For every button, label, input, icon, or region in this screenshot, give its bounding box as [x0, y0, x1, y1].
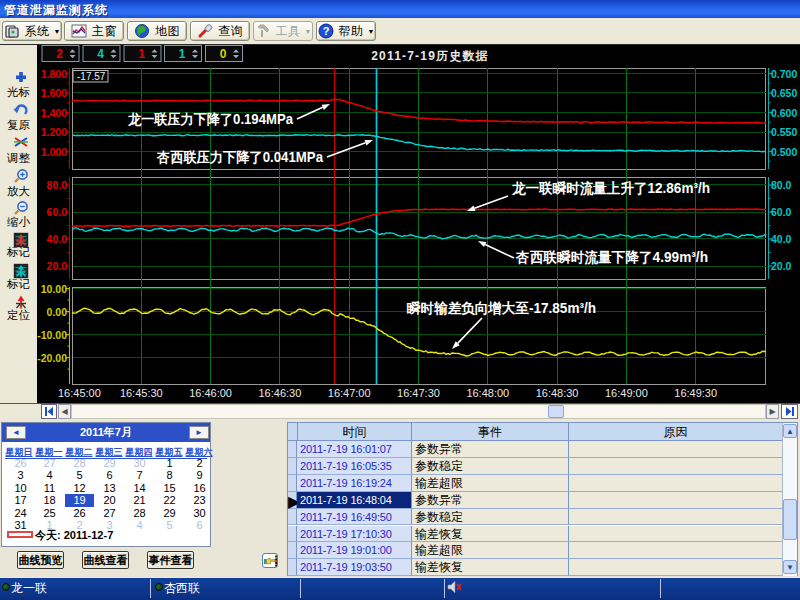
svg-text:10.00: 10.00	[41, 283, 67, 295]
svg-text:2011-7-19历史数据: 2011-7-19历史数据	[371, 49, 489, 63]
svg-text:20.0: 20.0	[771, 260, 792, 272]
svg-text:放大: 放大	[7, 185, 30, 197]
svg-text:-20.00: -20.00	[37, 352, 67, 364]
svg-text:60.0: 60.0	[771, 206, 792, 218]
svg-text:40.0: 40.0	[47, 233, 68, 245]
svg-text:瞬时输差负向增大至-17.85m³/h: 瞬时输差负向增大至-17.85m³/h	[406, 300, 596, 316]
svg-text:16:47:30: 16:47:30	[397, 387, 440, 399]
svg-text:杏西联瞬时流量下降了4.99m³/h: 杏西联瞬时流量下降了4.99m³/h	[515, 249, 708, 265]
svg-text:80.0: 80.0	[771, 179, 792, 191]
svg-text:20.0: 20.0	[47, 260, 68, 272]
svg-text:1: 1	[179, 47, 186, 61]
svg-text:1.000: 1.000	[41, 146, 67, 158]
svg-text:0.00: 0.00	[47, 306, 68, 318]
svg-text:调整: 调整	[6, 152, 31, 164]
svg-text:1.600: 1.600	[41, 87, 67, 99]
svg-text:1: 1	[138, 47, 145, 61]
svg-text:-10.00: -10.00	[37, 329, 67, 341]
svg-text:-17.57: -17.57	[77, 71, 106, 82]
svg-text:0.550: 0.550	[771, 126, 797, 138]
svg-text:16:46:00: 16:46:00	[189, 387, 232, 399]
svg-text:16:49:30: 16:49:30	[674, 387, 717, 399]
svg-text:0.650: 0.650	[771, 87, 797, 99]
svg-text:标记: 标记	[6, 278, 30, 290]
svg-text:80.0: 80.0	[47, 179, 68, 191]
svg-text:龙一联压力下降了0.194MPa: 龙一联压力下降了0.194MPa	[127, 111, 293, 127]
svg-text:1.200: 1.200	[41, 126, 67, 138]
svg-text:0: 0	[220, 47, 227, 61]
svg-text:复原: 复原	[7, 119, 31, 131]
svg-text:16:47:00: 16:47:00	[328, 387, 371, 399]
svg-text:40.0: 40.0	[771, 233, 792, 245]
svg-text:1.400: 1.400	[41, 107, 67, 119]
svg-text:16:48:00: 16:48:00	[466, 387, 509, 399]
svg-text:16:49:00: 16:49:00	[605, 387, 648, 399]
svg-text:16:48:30: 16:48:30	[536, 387, 579, 399]
svg-text:0.700: 0.700	[771, 68, 797, 80]
svg-text:16:45:30: 16:45:30	[120, 387, 163, 399]
svg-text:定位: 定位	[7, 309, 31, 321]
svg-text:16:45:00: 16:45:00	[58, 387, 101, 399]
svg-text:1.800: 1.800	[41, 68, 67, 80]
svg-text:杏西联压力下降了0.041MPa: 杏西联压力下降了0.041MPa	[156, 149, 323, 165]
svg-text:2: 2	[56, 47, 63, 61]
svg-text:标记: 标记	[6, 246, 30, 258]
svg-text:光标: 光标	[7, 86, 30, 98]
svg-text:0.600: 0.600	[771, 107, 797, 119]
svg-text:?: ?	[322, 25, 329, 37]
svg-text:16:46:30: 16:46:30	[258, 387, 301, 399]
svg-text:60.0: 60.0	[47, 206, 68, 218]
svg-text:0.500: 0.500	[771, 146, 797, 158]
svg-text:龙一联瞬时流量上升了12.86m³/h: 龙一联瞬时流量上升了12.86m³/h	[511, 180, 710, 196]
svg-text:4: 4	[97, 47, 104, 61]
svg-text:缩小: 缩小	[7, 216, 31, 228]
